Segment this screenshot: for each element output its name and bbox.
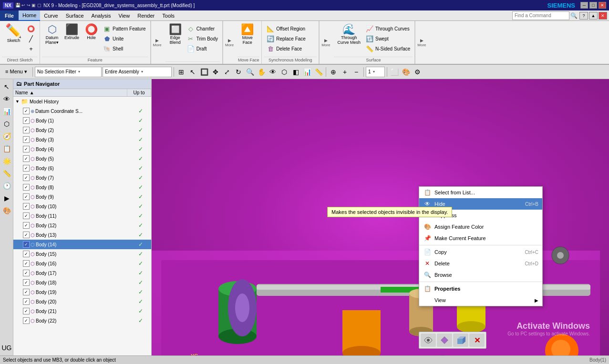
nav-item-body4[interactable]: ✓ ⬡ Body (4) ✓ xyxy=(13,144,151,154)
body16-checkbox[interactable]: ✓ xyxy=(23,260,30,267)
replace-face-button[interactable]: 🔄 Replace Face xyxy=(265,34,307,43)
through-curve-mesh-button[interactable]: 🌊 ThroughCurve Mesh xyxy=(335,23,363,46)
ribbon-minimize[interactable]: ▲ xyxy=(589,12,598,20)
body19-checkbox[interactable]: ✓ xyxy=(23,289,30,295)
body8-checkbox[interactable]: ✓ xyxy=(23,184,30,191)
ctx-browse[interactable]: 🔍 Browse xyxy=(419,269,542,281)
extrude-button[interactable]: ⬛ Extrude xyxy=(62,23,82,41)
sketch-button[interactable]: ✏️ Sketch xyxy=(3,23,24,44)
nav-item-body10[interactable]: ✓ ⬡ Body (10) ✓ xyxy=(13,202,151,211)
nav-item-body6[interactable]: ✓ ⬡ Body (6) ✓ xyxy=(13,163,151,173)
draft-button[interactable]: 📄 Draft xyxy=(185,44,219,53)
nav-item-body18[interactable]: ✓ ⬡ Body (18) ✓ xyxy=(13,278,151,287)
pattern-feature-button[interactable]: ▣ Pattern Feature xyxy=(101,24,147,33)
through-curves-button[interactable]: 📈 Through Curves xyxy=(364,24,412,33)
nav-item-body11[interactable]: ✓ ⬡ Body (11) ✓ xyxy=(13,211,151,221)
surface-more-button[interactable]: ▶ More xyxy=(415,21,428,64)
mini-toolbar-box-button[interactable] xyxy=(453,334,468,347)
sidebar-analysis-btn[interactable]: 📊 xyxy=(1,106,12,117)
nav-item-body3[interactable]: ✓ ⬡ Body (3) ✓ xyxy=(13,135,151,144)
nav-item-body22[interactable]: ✓ ⬡ Body (22) ✓ xyxy=(13,316,151,325)
swept-button[interactable]: 🔃 Swept xyxy=(364,34,412,43)
settings-icon[interactable]: ⚙ xyxy=(412,67,423,77)
sidebar-nav-btn[interactable]: 🧭 xyxy=(1,131,12,142)
shell-button[interactable]: 🐚 Shell xyxy=(101,44,147,53)
body17-checkbox[interactable]: ✓ xyxy=(23,270,30,276)
nav-item-body5[interactable]: ✓ ⬡ Body (5) ✓ xyxy=(13,154,151,163)
dim-icon[interactable]: ⊕ xyxy=(328,67,339,77)
selection-filter-dropdown[interactable]: No Selection Filter ▾ xyxy=(35,67,102,77)
measure-icon[interactable]: 📏 xyxy=(313,67,324,77)
nav-item-body8[interactable]: ✓ ⬡ Body (8) ✓ xyxy=(13,182,151,192)
menu-render[interactable]: Render xyxy=(134,10,158,21)
delete-face-button[interactable]: 🗑 Delete Face xyxy=(265,44,307,53)
plus-icon[interactable]: + xyxy=(340,67,350,77)
nav-item-body9[interactable]: ✓ ⬡ Body (9) ✓ xyxy=(13,192,151,202)
maximize-button[interactable]: □ xyxy=(589,2,597,9)
number-dropdown[interactable]: 1 ▾ xyxy=(366,67,385,77)
unite-button[interactable]: ⬟ Unite xyxy=(101,34,147,43)
orient-icon[interactable]: ⬡ xyxy=(279,67,289,77)
mini-toolbar-close-button[interactable]: ✕ xyxy=(469,334,485,347)
blend-more-button[interactable]: ▶ More xyxy=(223,21,236,64)
body14-checkbox[interactable]: ✓ xyxy=(23,241,30,248)
body3-checkbox[interactable]: ✓ xyxy=(23,136,30,143)
sync-more-button[interactable]: ▶ More xyxy=(319,21,332,64)
body1-checkbox[interactable]: ✓ xyxy=(23,117,30,124)
ctx-view[interactable]: View ▶ xyxy=(419,294,542,306)
close-button[interactable]: ✕ xyxy=(599,2,606,9)
ctx-properties[interactable]: 📋 Properties xyxy=(419,283,542,294)
body7-checkbox[interactable]: ✓ xyxy=(23,174,30,181)
offset-region-button[interactable]: 📐 Offset Region xyxy=(265,24,307,33)
filter-icon[interactable]: 🔲 xyxy=(199,67,209,77)
datum-plane-button[interactable]: ⬡ DatumPlane▾ xyxy=(43,23,61,46)
zoom-icon[interactable]: 🔍 xyxy=(245,67,255,77)
nav-item-body2[interactable]: ✓ ⬡ Body (2) ✓ xyxy=(13,125,151,135)
ctx-copy[interactable]: 📄 Copy Ctrl+C xyxy=(419,246,542,258)
find-command-input[interactable] xyxy=(512,11,569,20)
trim-body-button[interactable]: ✂ Trim Body xyxy=(185,34,219,43)
ctx-select-from-list[interactable]: 📋 Select from List... xyxy=(419,187,542,198)
nav-item-body7[interactable]: ✓ ⬡ Body (7) ✓ xyxy=(13,173,151,182)
nav-item-model-history[interactable]: ▼ 📁 Model History xyxy=(13,97,151,106)
section-icon[interactable]: ◧ xyxy=(290,67,301,77)
body13-checkbox[interactable]: ✓ xyxy=(23,232,30,238)
nav-item-body1[interactable]: ✓ ⬡ Body (1) ✓ xyxy=(13,116,151,125)
body4-checkbox[interactable]: ✓ xyxy=(23,146,30,152)
body11-checkbox[interactable]: ✓ xyxy=(23,212,30,219)
snap-icon[interactable]: ⊞ xyxy=(176,67,186,77)
n-sided-surface-button[interactable]: 📏 N-Sided Surface xyxy=(364,44,412,53)
body9-checkbox[interactable]: ✓ xyxy=(23,193,30,200)
minus-icon[interactable]: − xyxy=(351,67,361,77)
body21-checkbox[interactable]: ✓ xyxy=(23,308,30,314)
arc-btn[interactable]: + xyxy=(25,44,37,53)
column-upto[interactable]: Up to xyxy=(127,89,151,96)
ctx-delete[interactable]: ✕ Delete Ctrl+D xyxy=(419,258,542,269)
sidebar-color-btn[interactable]: 🎨 xyxy=(1,205,12,216)
column-name[interactable]: Name ▲ xyxy=(13,89,127,96)
sidebar-render-btn[interactable]: 🌟 xyxy=(1,155,12,167)
minimize-button[interactable]: ─ xyxy=(580,2,588,9)
sidebar-measure-btn[interactable]: 📏 xyxy=(1,168,12,179)
hole-button[interactable]: ⭕ Hole xyxy=(83,23,100,41)
mini-toolbar-eye-button[interactable] xyxy=(421,334,436,347)
sidebar-orient-btn[interactable]: ⬡ xyxy=(1,118,12,130)
analysis-icon[interactable]: 📊 xyxy=(302,67,312,77)
nav-item-datum-coord[interactable]: ✓ ⊕ Datum Coordinate S... ✓ xyxy=(13,106,151,116)
chamfer-button[interactable]: ◇ Chamfer xyxy=(185,24,219,33)
edge-blend-button[interactable]: 🔲 EdgeBlend xyxy=(166,23,184,46)
scale-icon[interactable]: ⤢ xyxy=(222,67,232,77)
menu-analysis[interactable]: Analysis xyxy=(88,10,115,21)
body5-checkbox[interactable]: ✓ xyxy=(23,155,30,162)
sidebar-clock-btn[interactable]: 🕐 xyxy=(1,180,12,192)
nav-item-body15[interactable]: ✓ ⬡ Body (15) ✓ xyxy=(13,249,151,259)
ctx-assign-color[interactable]: 🎨 Assign Feature Color xyxy=(419,221,542,233)
line-btn[interactable]: ╱ xyxy=(25,34,37,43)
color-icon[interactable]: 🎨 xyxy=(401,67,411,77)
menu-tools[interactable]: Tools xyxy=(158,10,178,21)
nav-item-body17[interactable]: ✓ ⬡ Body (17) ✓ xyxy=(13,268,151,278)
nav-item-body19[interactable]: ✓ ⬡ Body (19) ✓ xyxy=(13,287,151,297)
move-face-button[interactable]: 🔼 MoveFace xyxy=(238,23,256,46)
body2-checkbox[interactable]: ✓ xyxy=(23,127,30,133)
body15-checkbox[interactable]: ✓ xyxy=(23,251,30,257)
